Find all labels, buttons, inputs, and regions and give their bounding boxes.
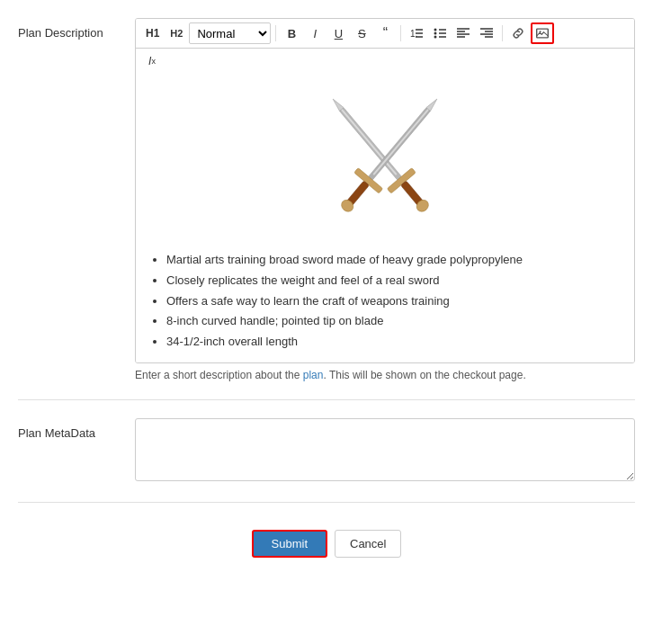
align-left-icon — [457, 27, 470, 40]
metadata-content — [135, 418, 635, 484]
form-buttons: Submit Cancel — [18, 521, 635, 576]
editor-image — [148, 85, 622, 240]
toolbar-separator-3 — [502, 25, 503, 41]
clear-format-button[interactable]: Ix — [141, 50, 163, 72]
plan-description-hint: Enter a short description about the plan… — [135, 369, 635, 381]
plan-metadata-label: Plan MetaData — [18, 418, 135, 442]
align-left-button[interactable] — [452, 22, 474, 44]
list-item: 34-1/2-inch overall length — [166, 333, 622, 352]
link-icon — [512, 27, 524, 40]
format-select[interactable]: Normal Heading 1 Heading 2 Heading 3 Par… — [189, 22, 271, 44]
unordered-list-icon — [434, 27, 446, 40]
plan-metadata-row: Plan MetaData — [18, 418, 635, 503]
list-item: Offers a safe way to learn the craft of … — [166, 292, 622, 311]
underline-button[interactable]: U — [327, 22, 349, 44]
list-item: Closely replicates the weight and feel o… — [166, 272, 622, 291]
ordered-list-icon: 1. — [410, 27, 423, 40]
svg-rect-31 — [372, 109, 429, 175]
rich-text-editor: H1 H2 Normal Heading 1 Heading 2 Heading… — [135, 18, 635, 363]
editor-container: H1 H2 Normal Heading 1 Heading 2 Heading… — [135, 18, 635, 381]
svg-point-6 — [434, 36, 437, 39]
h2-button[interactable]: H2 — [165, 22, 187, 44]
image-button[interactable] — [531, 22, 554, 44]
toolbar-separator-1 — [275, 25, 276, 41]
svg-point-5 — [434, 32, 437, 35]
svg-marker-21 — [331, 97, 344, 111]
cancel-button[interactable]: Cancel — [335, 530, 401, 558]
submit-button[interactable]: Submit — [252, 530, 327, 558]
strikethrough-button[interactable]: S — [351, 22, 372, 44]
unordered-list-button[interactable] — [429, 22, 451, 44]
editor-body[interactable]: Martial arts training broad sword made o… — [136, 76, 634, 362]
quote-button[interactable]: “ — [374, 22, 396, 44]
align-right-icon — [480, 27, 493, 40]
image-icon — [536, 27, 549, 40]
hint-link: plan — [303, 369, 324, 381]
link-button[interactable] — [507, 22, 529, 44]
bold-button[interactable]: B — [281, 22, 302, 44]
plan-description-label: Plan Description — [18, 18, 135, 41]
italic-button[interactable]: I — [304, 22, 326, 44]
h1-button[interactable]: H1 — [141, 22, 164, 44]
plan-description-row: Plan Description H1 H2 Normal Heading 1 … — [18, 18, 635, 400]
metadata-input[interactable] — [135, 418, 635, 481]
svg-marker-27 — [426, 97, 439, 111]
editor-toolbar-row2: Ix — [136, 49, 634, 76]
ordered-list-button[interactable]: 1. — [406, 22, 427, 44]
svg-point-4 — [434, 29, 437, 31]
svg-rect-25 — [341, 109, 398, 175]
toolbar-separator-2 — [400, 25, 401, 41]
editor-bullet-list: Martial arts training broad sword made o… — [148, 251, 622, 352]
align-right-button[interactable] — [476, 22, 497, 44]
swords-svg — [313, 85, 457, 237]
list-item: Martial arts training broad sword made o… — [166, 251, 622, 270]
list-item: 8-inch curved handle; pointed tip on bla… — [166, 312, 622, 331]
editor-toolbar: H1 H2 Normal Heading 1 Heading 2 Heading… — [136, 19, 634, 49]
